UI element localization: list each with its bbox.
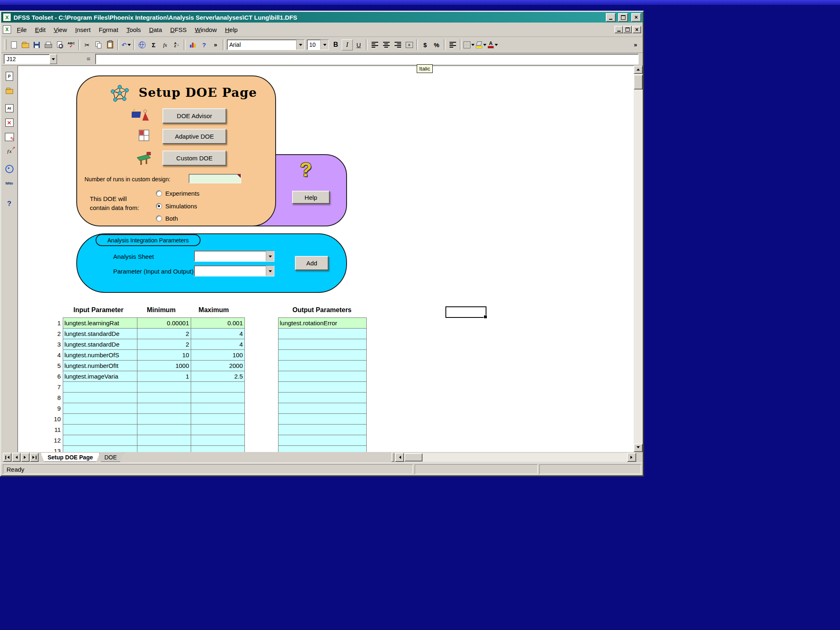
sort-ascending-button[interactable]: AZ↓ — [171, 39, 182, 50]
currency-button[interactable]: $ — [420, 39, 431, 50]
minimum-cell[interactable]: 2 — [137, 339, 191, 350]
input-parameter-cell[interactable] — [63, 403, 137, 414]
input-parameter-cell[interactable] — [63, 382, 137, 393]
indent-button[interactable] — [447, 39, 458, 50]
paste-function-button[interactable]: fx — [160, 39, 171, 50]
new-button[interactable] — [8, 39, 19, 50]
horizontal-scrollbar[interactable] — [395, 453, 636, 462]
input-parameter-cell[interactable] — [63, 435, 137, 446]
workbook-restore-button[interactable] — [623, 26, 632, 33]
maximum-cell[interactable]: 0.001 — [191, 318, 245, 329]
menu-item-view[interactable]: View — [50, 24, 71, 36]
font-name-dropdown[interactable] — [296, 40, 304, 50]
align-left-button[interactable] — [369, 39, 380, 50]
output-parameter-cell[interactable] — [278, 425, 367, 435]
edit-formula-button[interactable]: = — [84, 55, 93, 63]
minimum-cell[interactable]: 2 — [137, 329, 191, 339]
dfss-help-tool[interactable]: ? — [4, 198, 15, 209]
toolbar-grip[interactable] — [4, 39, 7, 50]
font-size-select[interactable]: 10 — [307, 39, 329, 50]
vertical-scroll-track[interactable] — [634, 89, 643, 444]
font-color-button[interactable]: A — [487, 39, 498, 50]
radio-experiments[interactable] — [156, 190, 162, 196]
input-parameter-cell[interactable]: lungtest.numberOfIt — [63, 361, 137, 371]
scroll-down-button[interactable] — [634, 444, 643, 452]
maximum-cell[interactable]: 2.5 — [191, 371, 245, 382]
dfss-new-page-tool[interactable]: P — [4, 71, 15, 82]
adaptive-doe-button[interactable]: Adaptive DOE — [162, 129, 226, 144]
titlebar[interactable]: X DFSS Toolset - C:\Program Files\Phoeni… — [1, 12, 643, 23]
minimum-cell[interactable] — [137, 393, 191, 403]
minimum-cell[interactable]: 10 — [137, 350, 191, 361]
previous-sheet-button[interactable] — [12, 453, 21, 462]
align-center-button[interactable] — [381, 39, 392, 50]
dfss-ai-tool[interactable]: AI — [4, 103, 15, 114]
output-parameter-cell[interactable] — [278, 339, 367, 350]
radio-simulations[interactable] — [156, 203, 162, 209]
close-button[interactable]: × — [631, 13, 641, 22]
merge-center-button[interactable]: a — [404, 39, 415, 50]
input-parameter-cell[interactable] — [63, 446, 137, 452]
scroll-up-button[interactable] — [634, 66, 643, 74]
dfss-plot-tool[interactable]: ✎ — [4, 131, 15, 143]
minimum-cell[interactable] — [137, 414, 191, 425]
doe-advisor-button[interactable]: DOE Advisor — [162, 108, 226, 123]
name-box[interactable]: J12 — [4, 54, 50, 64]
cut-button[interactable]: ✂ — [82, 39, 93, 50]
menu-item-format[interactable]: Format — [95, 24, 123, 36]
more-buttons-standard[interactable]: » — [210, 39, 221, 50]
paste-button[interactable] — [105, 39, 116, 50]
fill-color-button[interactable] — [475, 39, 487, 50]
add-button[interactable]: Add — [295, 256, 329, 270]
custom-doe-button[interactable]: Custom DOE — [162, 151, 226, 166]
radio-option-experiments[interactable]: Experiments — [156, 190, 199, 197]
input-parameter-cell[interactable] — [63, 414, 137, 425]
menu-item-help[interactable]: Help — [221, 24, 242, 36]
menu-item-dfss[interactable]: DFSS — [166, 24, 191, 36]
dfss-open-tool[interactable] — [4, 85, 15, 96]
maximum-cell[interactable] — [191, 403, 245, 414]
undo-button[interactable]: ↶ — [121, 39, 132, 50]
analysis-sheet-select[interactable] — [194, 251, 274, 262]
output-parameter-cell[interactable] — [278, 414, 367, 425]
parameter-select[interactable] — [194, 265, 274, 276]
dfss-function-tool[interactable]: ƒx↗ — [4, 146, 15, 157]
dfss-clear-tool[interactable]: ✕ — [4, 117, 15, 128]
font-name-select[interactable]: Arial — [227, 39, 305, 50]
maximum-cell[interactable]: 4 — [191, 339, 245, 350]
bold-button[interactable]: B — [330, 39, 341, 50]
input-parameter-cell[interactable]: lungtest.imageVaria — [63, 371, 137, 382]
tab-split-handle[interactable] — [391, 453, 394, 462]
last-sheet-button[interactable] — [30, 453, 39, 462]
minimum-cell[interactable] — [137, 425, 191, 435]
maximum-cell[interactable] — [191, 414, 245, 425]
output-parameter-cell[interactable] — [278, 329, 367, 339]
spelling-button[interactable]: ABC✓ — [66, 39, 77, 50]
borders-button[interactable] — [463, 39, 475, 50]
minimum-cell[interactable]: 1000 — [137, 361, 191, 371]
analysis-sheet-dropdown[interactable] — [266, 251, 274, 261]
vertical-scrollbar[interactable] — [634, 66, 643, 452]
minimum-cell[interactable]: 1 — [137, 371, 191, 382]
input-parameter-cell[interactable]: lungtest.learningRat — [63, 318, 137, 329]
autosum-button[interactable]: Σ — [148, 39, 159, 50]
first-sheet-button[interactable] — [3, 453, 11, 462]
maximum-cell[interactable] — [191, 435, 245, 446]
menu-item-edit[interactable]: Edit — [31, 24, 50, 36]
output-parameter-cell[interactable] — [278, 361, 367, 371]
output-parameter-cell[interactable] — [278, 446, 367, 452]
dfss-neural-net-tool[interactable]: NNo — [4, 178, 15, 189]
horizontal-scroll-thumb[interactable] — [404, 453, 422, 461]
output-parameter-cell[interactable] — [278, 403, 367, 414]
help-button[interactable]: Help — [292, 191, 330, 204]
minimum-cell[interactable] — [137, 382, 191, 393]
maximum-cell[interactable] — [191, 393, 245, 403]
input-parameter-cell[interactable] — [63, 393, 137, 403]
name-box-dropdown[interactable] — [50, 54, 57, 64]
scroll-right-button[interactable] — [627, 453, 636, 462]
percent-button[interactable]: % — [431, 39, 442, 50]
parameter-dropdown[interactable] — [266, 266, 274, 276]
active-cell[interactable] — [445, 306, 486, 318]
output-parameter-cell[interactable] — [278, 393, 367, 403]
menu-item-file[interactable]: File — [13, 24, 31, 36]
